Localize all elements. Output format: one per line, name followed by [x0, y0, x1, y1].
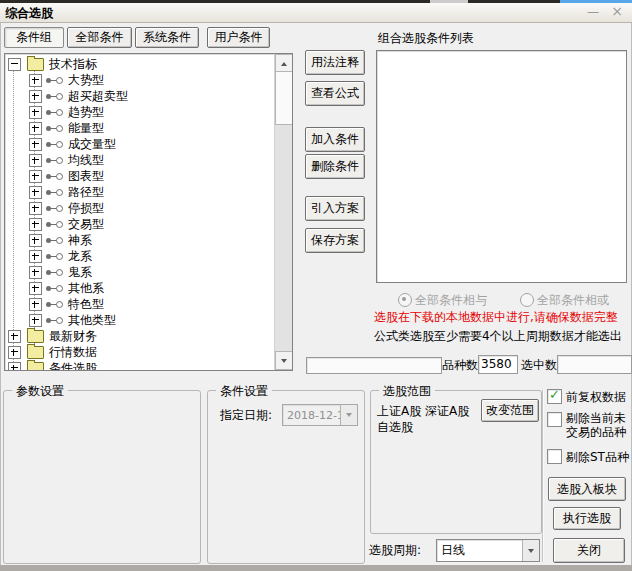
close-icon[interactable]: × [608, 3, 626, 19]
execute-selection-button[interactable]: 执行选股 [553, 507, 621, 530]
period-combobox[interactable]: 日线 [436, 539, 540, 562]
indicator-icon [46, 220, 63, 229]
expand-plus-icon[interactable] [8, 346, 21, 359]
tree-item[interactable]: 路径型 [5, 184, 292, 200]
tree-item[interactable]: 图表型 [5, 168, 292, 184]
collapse-minus-icon[interactable] [8, 58, 21, 71]
period-value: 日线 [437, 542, 522, 559]
tree-item[interactable]: 成交量型 [5, 136, 292, 152]
tree-item-root[interactable]: 技术指标 [5, 56, 292, 72]
tree-item[interactable]: 鬼系 [5, 264, 292, 280]
tree-item[interactable]: 其他系 [5, 280, 292, 296]
radio-all-and[interactable] [398, 293, 412, 307]
tree-item-label: 龙系 [68, 248, 92, 265]
select-to-block-button[interactable]: 选股入板块 [548, 477, 626, 501]
close-button[interactable]: 关闭 [553, 538, 625, 563]
expand-plus-icon[interactable] [29, 234, 42, 247]
tree-item[interactable]: 超买超卖型 [5, 88, 292, 104]
date-combobox: 2018-12-10 [282, 404, 358, 426]
indicator-icon [46, 124, 63, 133]
checkbox-exclude-suspended[interactable] [547, 412, 562, 427]
species-count-value: 3580 [478, 355, 518, 374]
indicator-icon [46, 268, 63, 277]
tab-all-conditions[interactable]: 全部条件 [67, 27, 132, 48]
checkbox-exclude-st[interactable] [547, 449, 562, 464]
indicator-icon [46, 284, 63, 293]
expand-plus-icon[interactable] [29, 106, 42, 119]
tree-item[interactable]: 趋势型 [5, 104, 292, 120]
tab-condition-group[interactable]: 条件组 [4, 27, 64, 48]
expand-plus-icon[interactable] [29, 90, 42, 103]
add-condition-button[interactable]: 加入条件 [305, 127, 365, 152]
expand-plus-icon[interactable] [29, 170, 42, 183]
change-scope-button[interactable]: 改变范围 [481, 399, 539, 422]
indicator-icon [46, 316, 63, 325]
tree-item[interactable]: 均线型 [5, 152, 292, 168]
period-label: 选股周期: [369, 542, 421, 559]
button-label: 保存方案 [311, 232, 359, 249]
view-formula-button[interactable]: 查看公式 [305, 81, 365, 106]
tree-item-folder[interactable]: 条件选股 [5, 360, 292, 371]
tree-item-label: 最新财务 [49, 328, 97, 345]
tab-label: 用户条件 [215, 29, 263, 46]
tree-item-folder[interactable]: 行情数据 [5, 344, 292, 360]
tree-item-label: 技术指标 [49, 56, 97, 73]
expand-plus-icon[interactable] [29, 282, 42, 295]
indicator-icon [46, 108, 63, 117]
tree-item-label: 大势型 [68, 72, 104, 89]
expand-plus-icon[interactable] [29, 218, 42, 231]
tree-item[interactable]: 交易型 [5, 216, 292, 232]
indicator-icon [46, 236, 63, 245]
checkbox-forward-adjusted[interactable] [547, 389, 562, 404]
expand-plus-icon[interactable] [29, 250, 42, 263]
tree-item-label: 交易型 [68, 216, 104, 233]
tree-item[interactable]: 停损型 [5, 200, 292, 216]
expand-plus-icon[interactable] [29, 186, 42, 199]
radio-all-or[interactable] [520, 293, 534, 307]
expand-plus-icon[interactable] [29, 298, 42, 311]
tab-user-conditions[interactable]: 用户条件 [207, 27, 270, 48]
expand-plus-icon[interactable] [8, 362, 21, 372]
tree-item[interactable]: 大势型 [5, 72, 292, 88]
usage-note-button[interactable]: 用法注释 [305, 50, 365, 75]
selected-count-value [557, 355, 632, 374]
expand-plus-icon[interactable] [29, 154, 42, 167]
expand-plus-icon[interactable] [29, 74, 42, 87]
radio-all-or-label: 全部条件相或 [537, 292, 609, 309]
tree-item[interactable]: 其他类型 [5, 312, 292, 328]
tree-item[interactable]: 能量型 [5, 120, 292, 136]
expand-plus-icon[interactable] [29, 266, 42, 279]
tab-system-conditions[interactable]: 系统条件 [135, 27, 199, 48]
tab-label: 系统条件 [143, 29, 191, 46]
chevron-down-icon[interactable] [522, 540, 539, 561]
expand-plus-icon[interactable] [29, 122, 42, 135]
title-bar: 综合选股 — × [0, 3, 632, 23]
stock-selection-dialog: 综合选股 — × 条件组 全部条件 系统条件 用户条件 技术指标 大势型 超买超… [0, 0, 632, 571]
tree-item[interactable]: 神系 [5, 232, 292, 248]
indicator-icon [46, 140, 63, 149]
save-plan-button[interactable]: 保存方案 [305, 228, 365, 253]
delete-condition-button[interactable]: 删除条件 [305, 154, 365, 179]
condition-settings-group: 条件设置 指定日期: 2018-12-10 [207, 390, 365, 564]
expand-plus-icon[interactable] [29, 202, 42, 215]
tree-item-folder[interactable]: 最新财务 [5, 328, 292, 344]
tree-item-label: 路径型 [68, 184, 104, 201]
checkbox-forward-adjusted-label: 前复权数据 [566, 389, 626, 406]
expand-plus-icon[interactable] [29, 314, 42, 327]
button-label: 执行选股 [563, 510, 611, 527]
tree-item[interactable]: 特色型 [5, 296, 292, 312]
info-text: 公式类选股至少需要4个以上周期数据才能选出 [374, 328, 622, 345]
combo-condition-list[interactable] [376, 50, 627, 283]
tree-item-label: 其他系 [68, 280, 104, 297]
button-label: 关闭 [577, 542, 601, 559]
tree-item[interactable]: 龙系 [5, 248, 292, 264]
tree-item-label: 特色型 [68, 296, 104, 313]
expand-plus-icon[interactable] [29, 138, 42, 151]
divider [542, 390, 543, 562]
minimize-icon[interactable]: — [584, 5, 602, 19]
tree-item-label: 超买超卖型 [68, 88, 128, 105]
import-plan-button[interactable]: 引入方案 [305, 196, 365, 221]
expand-plus-icon[interactable] [8, 330, 21, 343]
folder-icon [27, 58, 44, 71]
tree-item-label: 图表型 [68, 168, 104, 185]
